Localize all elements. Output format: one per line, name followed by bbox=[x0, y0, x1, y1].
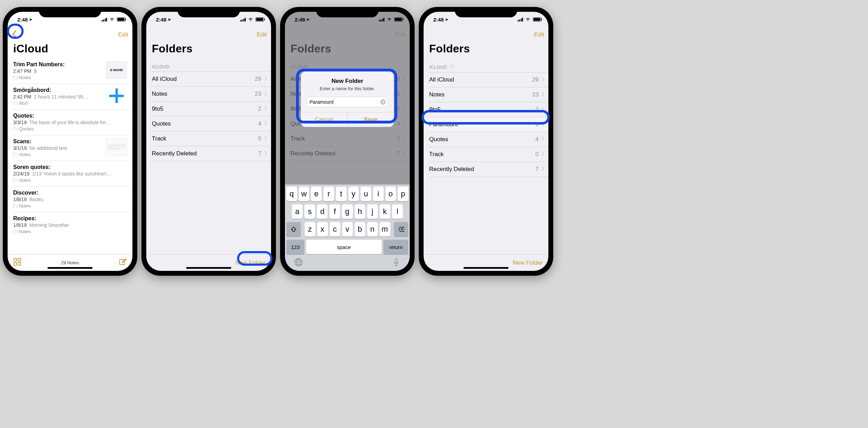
folder-row[interactable]: Recently Deleted7 bbox=[146, 146, 271, 161]
chevron-right-icon bbox=[264, 105, 267, 112]
key-c[interactable]: c bbox=[330, 222, 340, 237]
notes-list[interactable]: Trim Part Numbers:2:47 PM $ NotesD NOVEI… bbox=[8, 58, 132, 254]
note-item[interactable]: Scans:3/1/19 No additional text NotesLor… bbox=[8, 135, 132, 161]
page-title: iCloud bbox=[8, 42, 132, 58]
edit-button[interactable]: Edit bbox=[534, 31, 544, 38]
chevron-right-icon bbox=[264, 150, 267, 157]
note-item[interactable]: Discover:1/8/19 Books: Notes bbox=[8, 186, 132, 212]
folders-list[interactable]: ICLOUD All iCloud29Notes239to52Quotes4Tr… bbox=[146, 58, 271, 254]
chevron-right-icon bbox=[541, 91, 544, 98]
home-indicator[interactable] bbox=[186, 267, 231, 269]
key-b[interactable]: b bbox=[355, 222, 365, 237]
status-bar: 2:48➤ bbox=[146, 12, 271, 27]
phone-3: 2:48➤ Edit Folders ICLOUD All iCloud29No… bbox=[280, 7, 415, 276]
compose-button[interactable] bbox=[119, 258, 127, 268]
folders-list[interactable]: ICLOUD All iCloud29Notes239to52Paramount… bbox=[424, 58, 548, 254]
backspace-key[interactable] bbox=[394, 222, 408, 237]
page-title: Folders bbox=[424, 42, 548, 58]
key-k[interactable]: k bbox=[380, 204, 390, 219]
folder-row[interactable]: Paramount0 bbox=[424, 117, 548, 132]
phone-2: 2:48➤ Edit Folders ICLOUD All iCloud29No… bbox=[141, 7, 276, 276]
key-o[interactable]: o bbox=[385, 187, 396, 201]
key-i[interactable]: i bbox=[373, 187, 384, 201]
cell-signal-icon bbox=[102, 18, 107, 22]
status-time: 2:48 bbox=[17, 17, 28, 23]
key-s[interactable]: s bbox=[304, 204, 315, 219]
folder-row[interactable]: Quotes4 bbox=[146, 117, 271, 131]
edit-button[interactable]: Edit bbox=[118, 31, 128, 38]
nav-bar: Edit bbox=[146, 27, 271, 42]
folder-row[interactable]: 9to52 bbox=[424, 102, 548, 117]
note-item[interactable]: Trim Part Numbers:2:47 PM $ NotesD NOVEI bbox=[8, 58, 132, 84]
chevron-right-icon bbox=[541, 166, 544, 173]
key-z[interactable]: z bbox=[305, 222, 315, 237]
section-header: ICLOUD bbox=[146, 58, 271, 71]
folder-row[interactable]: All iCloud29 bbox=[424, 72, 548, 87]
chevron-right-icon bbox=[264, 135, 267, 142]
chevron-right-icon bbox=[264, 91, 267, 97]
wifi-icon bbox=[109, 17, 115, 23]
folder-row[interactable]: All iCloud29 bbox=[146, 72, 271, 86]
back-button[interactable] bbox=[12, 30, 17, 39]
chevron-right-icon bbox=[541, 151, 544, 158]
folder-row[interactable]: Quotes4 bbox=[424, 132, 548, 147]
key-n[interactable]: n bbox=[367, 222, 378, 237]
key-y[interactable]: y bbox=[348, 187, 359, 201]
key-p[interactable]: p bbox=[398, 187, 408, 201]
key-u[interactable]: u bbox=[361, 187, 371, 201]
key-v[interactable]: v bbox=[342, 222, 353, 237]
note-item[interactable]: Smörgåsbord:2:42 PM 2 hours 11 minutes/ … bbox=[8, 84, 132, 109]
key-f[interactable]: f bbox=[329, 204, 340, 219]
cancel-button[interactable]: Cancel bbox=[301, 112, 347, 127]
home-indicator[interactable] bbox=[463, 267, 509, 269]
key-j[interactable]: j bbox=[367, 204, 378, 219]
folder-row[interactable]: Track0 bbox=[146, 131, 271, 146]
chevron-right-icon bbox=[541, 106, 544, 113]
folder-row[interactable]: Notes23 bbox=[146, 87, 271, 101]
space-key[interactable]: space bbox=[306, 240, 382, 254]
edit-button[interactable]: Edit bbox=[257, 31, 267, 38]
battery-icon bbox=[117, 17, 125, 22]
key-h[interactable]: h bbox=[355, 204, 365, 219]
sync-spinner-icon bbox=[449, 64, 454, 70]
dictation-icon[interactable] bbox=[392, 258, 401, 268]
key-l[interactable]: l bbox=[392, 204, 403, 219]
folder-name-input[interactable]: Paramount ✕ bbox=[306, 97, 388, 107]
new-folder-button[interactable]: New Folder bbox=[513, 259, 543, 266]
chevron-right-icon bbox=[541, 76, 544, 83]
key-a[interactable]: a bbox=[292, 204, 303, 219]
keyboard[interactable]: qwertyuiop asdfghjkl zxcvbnm 123 space r… bbox=[285, 185, 410, 271]
key-r[interactable]: r bbox=[323, 187, 334, 201]
attachments-view-button[interactable] bbox=[13, 258, 21, 268]
note-thumbnail: D NOVEI bbox=[106, 61, 127, 79]
key-m[interactable]: m bbox=[380, 222, 390, 237]
numbers-key[interactable]: 123 bbox=[286, 240, 304, 254]
key-w[interactable]: w bbox=[299, 187, 310, 201]
location-icon: ➤ bbox=[29, 17, 32, 22]
save-button[interactable]: Save bbox=[347, 112, 394, 127]
key-g[interactable]: g bbox=[342, 204, 353, 219]
note-item[interactable]: Quotes:3/3/19 The basis of your life is … bbox=[8, 109, 132, 135]
shift-key[interactable] bbox=[286, 222, 301, 237]
globe-icon[interactable] bbox=[294, 258, 303, 268]
key-d[interactable]: d bbox=[317, 204, 328, 219]
key-x[interactable]: x bbox=[317, 222, 328, 237]
folder-row[interactable]: 9to52 bbox=[146, 102, 271, 116]
new-folder-button[interactable]: New Folder bbox=[235, 259, 266, 266]
note-item[interactable]: Recipes:1/8/19 Morning Smoothie Notes bbox=[8, 212, 132, 238]
chevron-right-icon bbox=[264, 120, 267, 127]
folder-row[interactable]: Recently Deleted7 bbox=[424, 162, 548, 177]
clear-text-icon[interactable]: ✕ bbox=[380, 99, 386, 105]
note-item[interactable]: Soren quotes:2/24/19 1/13 "mmm it tastes… bbox=[8, 161, 132, 186]
section-header: ICLOUD bbox=[424, 58, 548, 72]
key-e[interactable]: e bbox=[311, 187, 322, 201]
nav-bar: Edit bbox=[424, 27, 548, 42]
key-t[interactable]: t bbox=[336, 187, 347, 201]
note-thumbnail: Lorem ipsum dolor sit amet text scan pre… bbox=[106, 138, 127, 156]
folder-row[interactable]: Notes23 bbox=[424, 87, 548, 102]
return-key[interactable]: return bbox=[383, 240, 408, 254]
key-q[interactable]: q bbox=[286, 187, 297, 201]
home-indicator[interactable] bbox=[47, 267, 93, 269]
folder-row[interactable]: Track0 bbox=[424, 147, 548, 162]
phone-4: 2:48➤ Edit Folders ICLOUD All iCloud29No… bbox=[419, 7, 553, 276]
